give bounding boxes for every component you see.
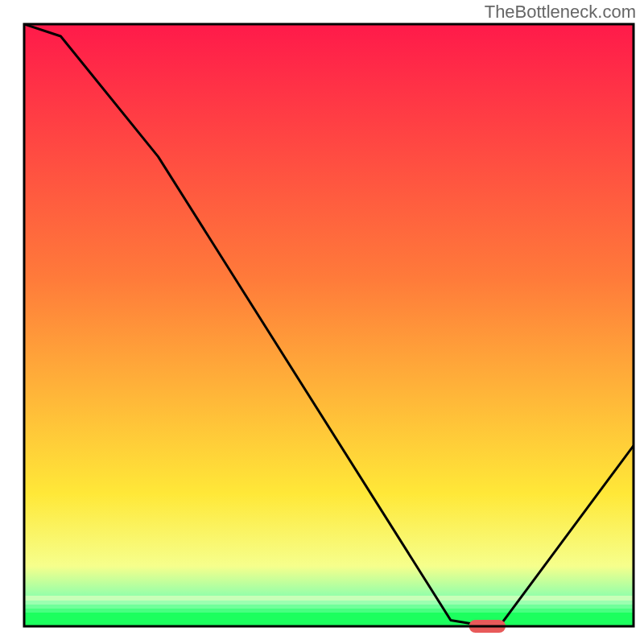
chart-svg — [0, 0, 644, 644]
svg-rect-2 — [24, 601, 634, 605]
svg-rect-3 — [24, 605, 634, 609]
bottom-strips — [24, 596, 634, 626]
plot-background — [24, 24, 634, 626]
watermark-text: TheBottleneck.com — [485, 2, 636, 23]
svg-rect-4 — [24, 609, 634, 613]
bottleneck-curve-chart: TheBottleneck.com — [0, 0, 644, 644]
svg-rect-5 — [24, 613, 634, 626]
svg-rect-1 — [24, 596, 634, 601]
